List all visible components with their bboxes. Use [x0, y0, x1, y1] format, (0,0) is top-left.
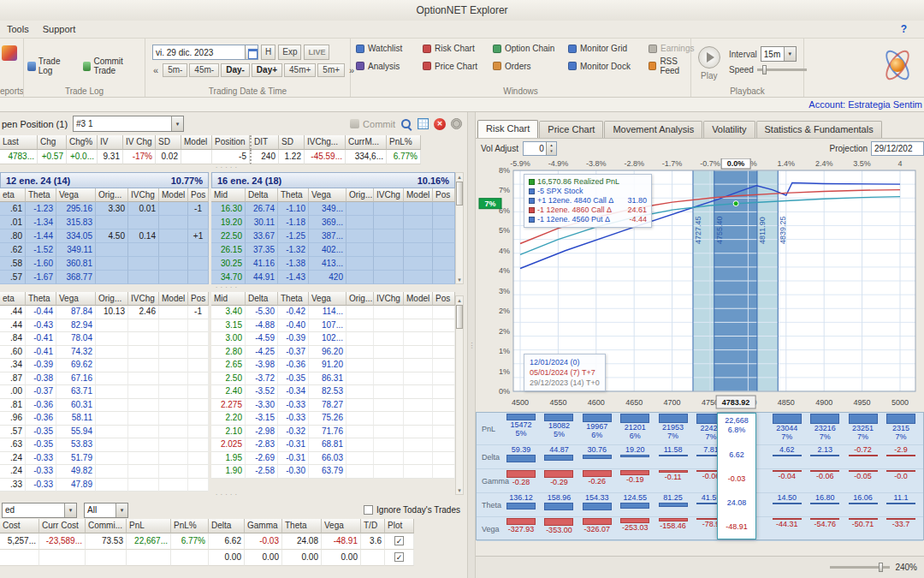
option-row[interactable]: .60-0.4174.322.80-4.25-0.3796.20 [0, 346, 455, 360]
toolbar-monitor-dock[interactable]: Monitor Dock [568, 57, 649, 75]
live-button[interactable]: LIVE [304, 45, 329, 60]
option-row[interactable]: .62-1.52349.1126.1537.35-1.32402... [0, 243, 455, 257]
totals-header-theta[interactable]: Theta [282, 519, 322, 533]
option-row[interactable]: .87-0.3867.162.50-3.72-0.3586.31 [0, 372, 455, 386]
col-header-orig[interactable]: Orig... [346, 188, 374, 202]
nav-day[interactable]: Day+ [252, 63, 282, 77]
spinner-arrows-icon[interactable]: ▴▾ [546, 142, 556, 155]
col-header-eta[interactable]: eta [0, 188, 26, 202]
table-icon[interactable] [418, 118, 429, 129]
option-row[interactable]: .34-0.3969.622.65-3.98-0.3691.20 [0, 359, 455, 372]
option-row[interactable]: .57-1.67368.7734.7044.91-1.43420 [0, 271, 455, 284]
menu-support[interactable]: Support [43, 24, 76, 34]
exp-button[interactable]: Exp [278, 45, 301, 60]
tab-price-chart[interactable]: Price Chart [539, 121, 603, 138]
col-header-pos[interactable]: Pos [433, 292, 455, 306]
search-icon[interactable] [400, 118, 412, 130]
option-row[interactable]: .24-0.3349.821.90-2.58-0.3063.79 [0, 465, 455, 479]
vol-adjust-spinner[interactable]: 0▴▾ [523, 141, 557, 156]
commit-trade-button[interactable]: Commit Trade [80, 54, 145, 78]
rewind-button[interactable]: « [151, 65, 161, 75]
col-header-orig[interactable]: Orig... [346, 292, 374, 306]
splitter-handle[interactable]: ····· [0, 492, 455, 499]
totals-header-pnl[interactable]: PnL% [171, 519, 209, 533]
splitter-handle[interactable]: ····· [0, 164, 455, 172]
option-row[interactable]: .81-0.3660.312.275-3.30-0.3378.27 [0, 399, 455, 413]
col-header-theta[interactable]: Theta [26, 292, 56, 306]
col-header-orig[interactable]: Orig... [96, 188, 128, 202]
panel-splitter[interactable]: ⋯ [467, 112, 476, 578]
scroll-up-icon[interactable]: ▴ [458, 173, 461, 181]
speed-slider-handle[interactable] [762, 65, 767, 74]
option-row[interactable]: .80-1.44334.054.500.14+122.5033.67-1.253… [0, 229, 455, 243]
calendar-icon[interactable] [245, 45, 258, 59]
toolbar-analysis[interactable]: Analysis [356, 57, 423, 75]
scrollbar-upper[interactable]: ▴▾ [455, 172, 464, 284]
col-header-theta[interactable]: Theta [26, 188, 56, 202]
date-input[interactable]: vi. 29 dic. 2023 [152, 45, 258, 60]
history-button[interactable]: H [261, 45, 275, 60]
zoom-slider[interactable] [830, 566, 890, 569]
tab-statistics-fundamentals[interactable]: Statistics & Fundamentals [756, 121, 882, 138]
toolbar-rss-feed[interactable]: RSS Feed [649, 57, 696, 75]
col-header-vega[interactable]: Vega [309, 188, 346, 202]
toolbar-monitor-grid[interactable]: Monitor Grid [568, 44, 649, 53]
totals-header-commi[interactable]: Commi... [86, 519, 127, 533]
col-header-ivchg[interactable]: IVChg [128, 188, 159, 202]
nav-45m[interactable]: 45m- [189, 63, 219, 77]
scroll-up-icon[interactable]: ▴ [458, 296, 461, 304]
nav-day[interactable]: Day- [221, 63, 250, 77]
zoom-slider-handle[interactable] [879, 563, 883, 572]
col-header-pos[interactable]: Pos [433, 188, 455, 202]
col-header-model[interactable]: Model [404, 188, 433, 202]
col-header-vega[interactable]: Vega [56, 188, 96, 202]
option-row[interactable]: .24-0.3351.791.95-2.69-0.3166.03 [0, 452, 455, 466]
type-filter-select[interactable]: All▾ [84, 503, 128, 518]
commit-button[interactable]: Commit [350, 119, 395, 129]
scroll-thumb[interactable] [456, 182, 463, 206]
col-header-mid[interactable]: Mid [211, 188, 246, 202]
scrollbar-lower[interactable]: ▴▾ [455, 295, 464, 495]
col-header-ivchg[interactable]: IVChg [374, 188, 404, 202]
option-row[interactable]: .84-0.4178.043.00-4.59-0.39102... [0, 332, 455, 346]
option-row[interactable]: .96-0.3658.112.20-3.15-0.3375.26 [0, 412, 455, 426]
col-header-model[interactable]: Model [404, 292, 433, 306]
plot-checkbox[interactable]: ✓ [394, 536, 404, 545]
reports-icon[interactable] [2, 45, 17, 61]
scroll-thumb[interactable] [456, 305, 463, 329]
expiry-header[interactable]: 16 ene. 24 (18)10.16% [211, 172, 455, 188]
col-header-model[interactable]: Model [159, 188, 188, 202]
nav-5m[interactable]: 5m- [163, 63, 187, 77]
toolbar-option-chain[interactable]: Option Chain [493, 44, 568, 53]
col-header-ivchg[interactable]: IVChg [128, 292, 159, 306]
col-header-theta[interactable]: Theta [278, 188, 309, 202]
splitter-handle[interactable]: ····· [0, 284, 455, 292]
expiry-header[interactable]: 12 ene. 24 (14)10.77% [0, 172, 209, 188]
option-row[interactable]: .58-1.60360.8130.2541.16-1.38413... [0, 257, 455, 271]
plot-checkbox[interactable]: ✓ [394, 552, 404, 562]
interval-select[interactable]: 15m▾ [761, 46, 797, 62]
col-header-orig[interactable]: Orig... [96, 292, 128, 306]
col-header-pos[interactable]: Pos [188, 188, 209, 202]
projection-date[interactable]: 29/12/202 [871, 141, 924, 156]
tab-risk-chart[interactable]: Risk Chart [477, 120, 538, 138]
toolbar-earnings[interactable]: Earnings [649, 44, 696, 53]
col-header-model[interactable]: Model [159, 292, 188, 306]
totals-header-curr-cost[interactable]: Curr Cost [39, 519, 86, 533]
toolbar-watchlist[interactable]: Watchlist [356, 44, 423, 53]
totals-header-plot[interactable]: Plot [385, 519, 414, 533]
menu-tools[interactable]: Tools [7, 24, 29, 34]
option-row[interactable]: .01-1.34315.8319.2030.11-1.18369... [0, 216, 455, 229]
totals-header-gamma[interactable]: Gamma [245, 519, 282, 533]
help-icon[interactable]: ? [901, 23, 907, 35]
totals-header-t-d[interactable]: T/D [361, 519, 385, 533]
nav-45m[interactable]: 45m+ [284, 63, 316, 77]
totals-header-delta[interactable]: Delta [209, 519, 245, 533]
col-header-theta[interactable]: Theta [278, 292, 309, 306]
nav-5m[interactable]: 5m+ [317, 63, 345, 77]
col-header-vega[interactable]: Vega [56, 292, 96, 306]
toolbar-risk-chart[interactable]: Risk Chart [423, 44, 493, 53]
col-header-mid[interactable]: Mid [211, 292, 246, 306]
toolbar-orders[interactable]: Orders [493, 57, 568, 75]
option-row[interactable]: .44-0.4487.8410.132.46-13.40-5.30-0.4211… [0, 306, 455, 319]
